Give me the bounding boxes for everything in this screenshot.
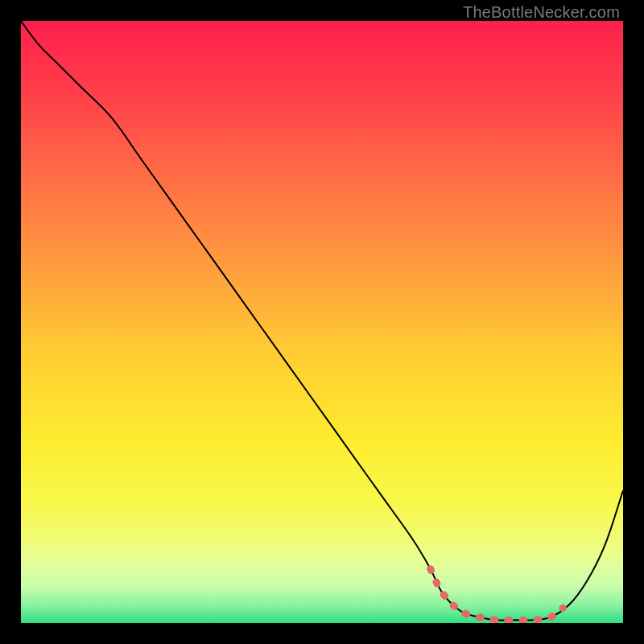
chart-container: TheBottleNecker.com (0, 0, 644, 644)
plot-area (21, 21, 623, 623)
watermark-text: TheBottleNecker.com (463, 3, 620, 22)
bottleneck-curve (21, 21, 623, 623)
